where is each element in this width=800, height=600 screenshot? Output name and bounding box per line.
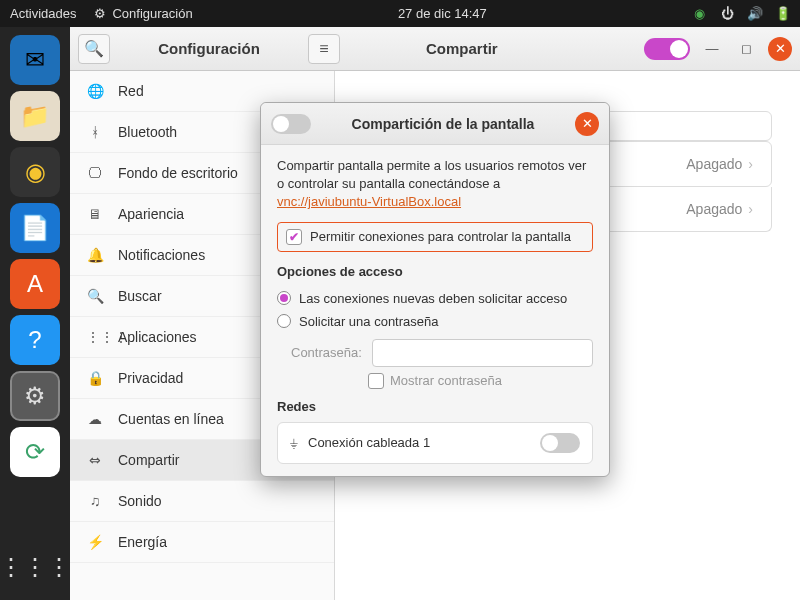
show-password-label: Mostrar contraseña <box>390 373 502 388</box>
search-icon: 🔍 <box>84 39 104 58</box>
networks-title: Redes <box>277 399 593 414</box>
maximize-button[interactable]: ◻ <box>734 37 758 61</box>
sidebar-item-sonido[interactable]: ♫Sonido <box>70 481 334 522</box>
bell-icon: 🔔 <box>86 247 104 263</box>
dialog-description: Compartir pantalla permite a los usuario… <box>277 157 593 212</box>
sound-icon: ♫ <box>86 493 104 509</box>
sharing-master-toggle[interactable] <box>644 38 690 60</box>
allow-control-row[interactable]: ✔ Permitir conexiones para controlar la … <box>277 222 593 252</box>
bluetooth-icon: ᚼ <box>86 124 104 140</box>
radio-password-label: Solicitar una contraseña <box>299 314 438 329</box>
dock-remmina[interactable]: ⟳ <box>10 427 60 477</box>
screen-sharing-dialog: Compartición de la pantalla ✕ Compartir … <box>260 102 610 477</box>
network-icon[interactable]: ⏻ <box>720 7 734 21</box>
dock-thunderbird[interactable]: ✉ <box>10 35 60 85</box>
dialog-header: Compartición de la pantalla ✕ <box>261 103 609 145</box>
radio-request-access[interactable]: Las conexiones nuevas deben solicitar ac… <box>277 287 593 310</box>
sidebar-item-label: Buscar <box>118 288 162 304</box>
sidebar-item-label: Apariencia <box>118 206 184 222</box>
hamburger-button[interactable]: ≡ <box>308 34 340 64</box>
chevron-right-icon: › <box>748 201 753 217</box>
gear-icon: ⚙ <box>94 6 106 21</box>
access-options-title: Opciones de acceso <box>277 264 593 279</box>
headerbar: 🔍 Configuración ≡ Compartir — ◻ ✕ <box>70 27 800 71</box>
wired-icon: ⏚ <box>290 435 298 450</box>
window-title: Configuración <box>116 40 302 57</box>
screen-sharing-toggle[interactable] <box>271 114 311 134</box>
sidebar-item-label: Cuentas en línea <box>118 411 224 427</box>
menu-icon: ≡ <box>319 40 328 58</box>
activities-button[interactable]: Actividades <box>10 6 76 21</box>
sidebar-item-label: Notificaciones <box>118 247 205 263</box>
sidebar-item-energia[interactable]: ⚡Energía <box>70 522 334 563</box>
dock: ✉ 📁 ◉ 📄 A ? ⚙ ⟳ ⋮⋮⋮ <box>0 27 70 600</box>
dock-settings[interactable]: ⚙ <box>10 371 60 421</box>
dialog-description-text: Compartir pantalla permite a los usuario… <box>277 158 586 191</box>
status-circle-icon[interactable]: ◉ <box>692 7 706 21</box>
dialog-close-button[interactable]: ✕ <box>575 112 599 136</box>
dock-files[interactable]: 📁 <box>10 91 60 141</box>
gnome-top-bar: Actividades ⚙ Configuración 27 de dic 14… <box>0 0 800 27</box>
apps-icon: ⋮⋮⋮ <box>86 329 104 345</box>
dock-rhythmbox[interactable]: ◉ <box>10 147 60 197</box>
volume-icon[interactable]: 🔊 <box>748 7 762 21</box>
network-row: ⏚ Conexión cableada 1 <box>277 422 593 464</box>
search-nav-icon: 🔍 <box>86 288 104 304</box>
close-icon: ✕ <box>582 116 593 131</box>
dock-writer[interactable]: 📄 <box>10 203 60 253</box>
sidebar-item-label: Compartir <box>118 452 179 468</box>
globe-icon: 🌐 <box>86 83 104 99</box>
vnc-link[interactable]: vnc://javiubuntu-VirtualBox.local <box>277 194 461 209</box>
clock[interactable]: 27 de dic 14:47 <box>193 6 692 21</box>
sidebar-item-label: Fondo de escritorio <box>118 165 238 181</box>
sidebar-item-label: Privacidad <box>118 370 183 386</box>
share-icon: ⇔ <box>86 452 104 468</box>
chevron-right-icon: › <box>748 156 753 172</box>
dock-apps-grid[interactable]: ⋮⋮⋮ <box>10 542 60 592</box>
radio-require-password[interactable]: Solicitar una contraseña <box>277 310 593 333</box>
dock-software[interactable]: A <box>10 259 60 309</box>
sidebar-item-label: Energía <box>118 534 167 550</box>
panel-title: Compartir <box>426 40 498 57</box>
row-status: Apagado <box>686 156 742 172</box>
close-button[interactable]: ✕ <box>768 37 792 61</box>
radio-request-input[interactable] <box>277 291 291 305</box>
row-status: Apagado <box>686 201 742 217</box>
battery-icon[interactable]: 🔋 <box>776 7 790 21</box>
dialog-title: Compartición de la pantalla <box>311 116 575 132</box>
allow-control-checkbox[interactable]: ✔ <box>286 229 302 245</box>
cloud-icon: ☁ <box>86 411 104 427</box>
power-icon: ⚡ <box>86 534 104 550</box>
sidebar-item-label: Bluetooth <box>118 124 177 140</box>
dock-help[interactable]: ? <box>10 315 60 365</box>
radio-password-input[interactable] <box>277 314 291 328</box>
network-name: Conexión cableada 1 <box>308 435 530 450</box>
desktop-icon: 🖵 <box>86 165 104 181</box>
allow-control-label: Permitir conexiones para controlar la pa… <box>310 229 571 244</box>
app-menu-label: Configuración <box>112 6 192 21</box>
sidebar-item-label: Red <box>118 83 144 99</box>
password-input[interactable] <box>372 339 593 367</box>
sidebar-item-label: Aplicaciones <box>118 329 197 345</box>
search-button[interactable]: 🔍 <box>78 34 110 64</box>
radio-request-label: Las conexiones nuevas deben solicitar ac… <box>299 291 567 306</box>
network-toggle[interactable] <box>540 433 580 453</box>
sidebar-item-label: Sonido <box>118 493 162 509</box>
password-label: Contraseña: <box>291 345 362 360</box>
lock-icon: 🔒 <box>86 370 104 386</box>
minimize-button[interactable]: — <box>700 37 724 61</box>
show-password-checkbox[interactable]: ✔ <box>368 373 384 389</box>
display-icon: 🖥 <box>86 206 104 222</box>
app-menu[interactable]: ⚙ Configuración <box>94 6 192 21</box>
